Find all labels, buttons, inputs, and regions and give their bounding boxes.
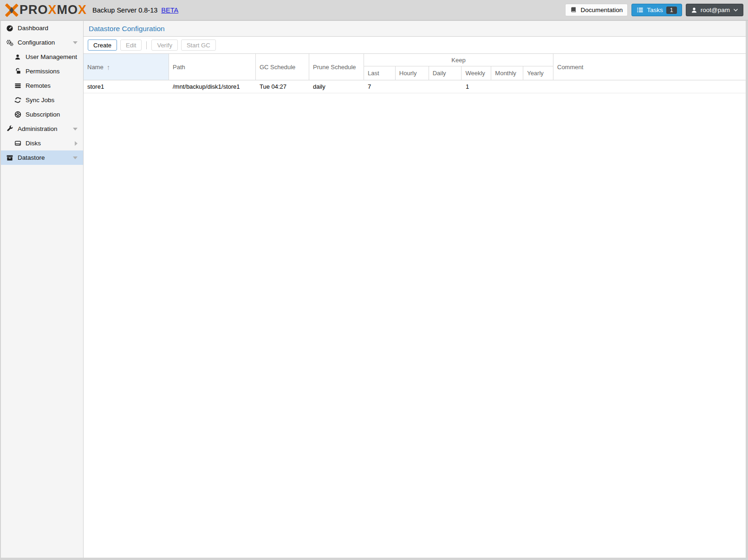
product-title: Backup Server 0.8-13 BETA (92, 7, 178, 14)
sidebar-item-label: Sync Jobs (26, 97, 54, 104)
chevron-down-icon (733, 8, 738, 12)
dashboard-gauge-icon (6, 25, 14, 32)
column-header-keep-monthly[interactable]: Monthly (491, 66, 523, 80)
sort-asc-icon: ↑ (107, 63, 111, 71)
table-empty-area (84, 93, 746, 558)
sidebar-item-label: Administration (18, 125, 58, 132)
beta-link[interactable]: BETA (161, 7, 178, 14)
column-group-keep: Keep Last Hourly Daily Weekly Monthly Ye… (364, 54, 553, 80)
column-header-keep-hourly[interactable]: Hourly (396, 66, 429, 80)
sidebar-item-label: User Management (26, 53, 77, 60)
sidebar-item-subscription[interactable]: Subscription (1, 107, 83, 122)
sidebar-item-configuration[interactable]: Configuration (1, 35, 83, 50)
column-header-prune-schedule[interactable]: Prune Schedule (309, 54, 364, 80)
toolbar: Create Edit Verify Start GC (84, 37, 746, 53)
datastore-table: Name ↑ Path GC Schedule Prune Schedule K… (84, 53, 746, 558)
cell-keep-monthly (492, 80, 524, 93)
sidebar-item-label: Datastore (18, 154, 45, 161)
start-gc-button: Start GC (181, 39, 216, 51)
chevron-down-icon[interactable] (73, 128, 78, 130)
tasks-count-badge: 1 (666, 7, 677, 14)
edit-button: Edit (120, 39, 142, 51)
cell-comment (553, 80, 746, 93)
create-button[interactable]: Create (88, 39, 117, 51)
list-bars-icon (13, 82, 22, 89)
archive-icon (6, 154, 14, 162)
sidebar-item-administration[interactable]: Administration (1, 122, 83, 136)
top-header-bar: PROXMOX Backup Server 0.8-13 BETA Docume… (0, 0, 748, 20)
hdd-icon (13, 140, 22, 147)
verify-button: Verify (151, 39, 178, 51)
user-icon (13, 54, 22, 60)
sidebar-item-label: Disks (26, 140, 41, 147)
sidebar-item-user-management[interactable]: User Management (1, 50, 83, 64)
app-frame: Dashboard Configuration (1, 21, 746, 558)
column-header-comment[interactable]: Comment (553, 54, 746, 80)
documentation-button[interactable]: Documentation (565, 4, 628, 16)
sidebar-item-label: Configuration (18, 39, 55, 46)
cell-path: /mnt/backup/disk1/store1 (169, 80, 256, 93)
sidebar-item-datastore[interactable]: Datastore (1, 150, 83, 165)
column-header-keep-last[interactable]: Last (364, 66, 396, 80)
keep-subcolumns: Last Hourly Daily Weekly Monthly Yearly (364, 66, 553, 80)
column-header-keep-daily[interactable]: Daily (429, 66, 462, 80)
cell-gc-schedule: Tue 04:27 (256, 80, 309, 93)
sidebar-item-label: Permissions (26, 68, 60, 75)
table-header: Name ↑ Path GC Schedule Prune Schedule K… (84, 54, 746, 80)
chevron-right-icon[interactable] (75, 141, 78, 146)
top-actions: Documentation Tasks 1 (565, 4, 743, 16)
sidebar-item-sync-jobs[interactable]: Sync Jobs (1, 93, 83, 107)
table-row[interactable]: store1 /mnt/backup/disk1/store1 Tue 04:2… (84, 80, 746, 93)
sync-icon (13, 97, 22, 104)
sidebar-item-label: Remotes (26, 82, 51, 89)
task-list-icon (637, 7, 644, 13)
wrench-icon (6, 125, 14, 132)
cell-keep-yearly (524, 80, 553, 93)
column-header-keep-yearly[interactable]: Yearly (523, 66, 553, 80)
column-header-keep-weekly[interactable]: Weekly (462, 66, 491, 80)
page-title: Datastore Configuration (89, 25, 165, 33)
toolbar-separator (146, 41, 147, 49)
tasks-button[interactable]: Tasks 1 (631, 4, 682, 16)
cell-keep-last: 7 (364, 80, 396, 93)
sidebar-item-label: Subscription (26, 111, 60, 118)
book-icon (570, 7, 577, 13)
sidebar-item-disks[interactable]: Disks (1, 136, 83, 150)
panel-title-bar: Datastore Configuration (84, 21, 746, 37)
chevron-down-icon[interactable] (73, 41, 78, 44)
chevron-down-icon[interactable] (73, 156, 78, 159)
sidebar-item-dashboard[interactable]: Dashboard (1, 21, 83, 35)
proxmox-wordmark: PROXMOX (20, 3, 87, 17)
sidebar-item-permissions[interactable]: Permissions (1, 64, 83, 78)
column-header-path[interactable]: Path (169, 54, 256, 80)
cell-keep-hourly (396, 80, 429, 93)
cell-keep-weekly: 1 (462, 80, 492, 93)
keep-group-label: Keep (364, 54, 553, 66)
proxmox-logo-mark-icon (5, 3, 19, 17)
gears-icon (6, 39, 14, 46)
sidebar-item-label: Dashboard (18, 25, 48, 32)
column-header-name[interactable]: Name ↑ (84, 54, 169, 80)
unlock-icon (13, 68, 22, 75)
column-header-gc-schedule[interactable]: GC Schedule (256, 54, 309, 80)
cell-keep-daily (429, 80, 462, 93)
cell-name: store1 (84, 80, 169, 93)
cell-prune-schedule: daily (309, 80, 364, 93)
proxmox-logo: PROXMOX (5, 3, 87, 17)
lifering-icon (13, 111, 22, 118)
main-panel: Datastore Configuration Create Edit Veri… (84, 21, 746, 558)
user-avatar-icon (691, 7, 697, 13)
user-menu-button[interactable]: root@pam (686, 4, 743, 16)
navigation-sidebar: Dashboard Configuration (1, 21, 84, 558)
proxmox-backup-app: PROXMOX Backup Server 0.8-13 BETA Docume… (0, 0, 748, 560)
sidebar-item-remotes[interactable]: Remotes (1, 78, 83, 93)
